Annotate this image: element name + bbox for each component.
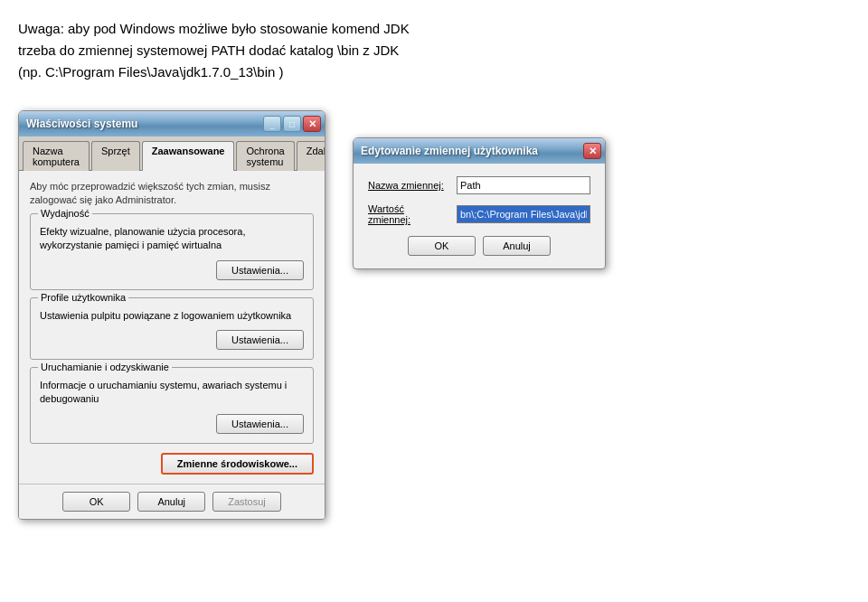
tab-zaawansowane[interactable]: Zaawansowane bbox=[142, 141, 235, 171]
system-ok-btn[interactable]: OK bbox=[62, 492, 130, 512]
env-title: Edytowanie zmiennej użytkownika bbox=[361, 145, 538, 157]
system-titlebar: Właściwości systemu _ □ ✕ bbox=[19, 111, 325, 136]
env-value-input[interactable] bbox=[457, 205, 590, 223]
env-name-input[interactable] bbox=[457, 176, 590, 194]
system-window-controls: _ □ ✕ bbox=[263, 116, 321, 132]
env-value-row: Wartość zmiennej: bbox=[368, 203, 590, 225]
profiles-btn-row: Ustawienia... bbox=[40, 330, 304, 350]
instruction-line3: (np. C:\Program Files\Java\jdk1.7.0_13\b… bbox=[18, 64, 283, 80]
env-cancel-btn[interactable]: Anuluj bbox=[483, 236, 551, 256]
windows-area: Właściwości systemu _ □ ✕ Nazwa komputer… bbox=[18, 110, 850, 520]
system-close-btn[interactable]: ✕ bbox=[303, 116, 321, 132]
profiles-section: Profile użytkownika Ustawienia pulpitu p… bbox=[30, 297, 314, 360]
admin-notice: Aby móc przeprowadzić większość tych zmi… bbox=[30, 180, 314, 208]
profiles-settings-btn[interactable]: Ustawienia... bbox=[216, 330, 304, 350]
env-btn-row: Zmienne środowiskowe... bbox=[30, 453, 314, 475]
env-ok-btn[interactable]: OK bbox=[408, 236, 476, 256]
system-bottom-buttons: OK Anuluj Zastosuj bbox=[19, 484, 325, 519]
tab-zdalny[interactable]: Zdalny bbox=[297, 141, 326, 171]
system-title: Właściwości systemu bbox=[26, 118, 137, 130]
performance-label: Wydajność bbox=[38, 208, 92, 219]
startup-btn-row: Ustawienia... bbox=[40, 414, 304, 434]
instruction-block: Uwaga: aby pod Windows możliwe było stos… bbox=[18, 18, 651, 83]
system-cancel-btn[interactable]: Anuluj bbox=[137, 492, 205, 512]
env-titlebar: Edytowanie zmiennej użytkownika ✕ bbox=[354, 138, 605, 164]
instruction-line1: Uwaga: aby pod Windows możliwe było stos… bbox=[18, 21, 410, 36]
startup-settings-btn[interactable]: Ustawienia... bbox=[216, 414, 304, 434]
env-bottom-buttons: OK Anuluj bbox=[368, 236, 590, 256]
profiles-text: Ustawienia pulpitu powiązane z logowanie… bbox=[40, 309, 304, 323]
performance-text: Efekty wizualne, planowanie użycia proce… bbox=[40, 225, 304, 253]
env-edit-dialog: Edytowanie zmiennej użytkownika ✕ Nazwa … bbox=[353, 137, 606, 269]
env-content: Nazwa zmiennej: Wartość zmiennej: OK Anu… bbox=[354, 164, 605, 268]
env-value-label: Wartość zmiennej: bbox=[368, 203, 449, 225]
system-apply-btn[interactable]: Zastosuj bbox=[212, 492, 281, 512]
system-content: Aby móc przeprowadzić większość tych zmi… bbox=[19, 171, 325, 484]
env-variables-btn[interactable]: Zmienne środowiskowe... bbox=[161, 453, 314, 475]
startup-text: Informacje o uruchamianiu systemu, awari… bbox=[40, 379, 304, 407]
tab-ochrona[interactable]: Ochrona systemu bbox=[236, 141, 294, 171]
performance-section: Wydajność Efekty wizualne, planowanie uż… bbox=[30, 213, 314, 290]
system-properties-dialog: Właściwości systemu _ □ ✕ Nazwa komputer… bbox=[18, 110, 326, 520]
env-window-controls: ✕ bbox=[583, 143, 601, 159]
tab-sprzet[interactable]: Sprzęt bbox=[91, 141, 140, 171]
system-tabs: Nazwa komputera Sprzęt Zaawansowane Ochr… bbox=[19, 136, 325, 171]
profiles-label: Profile użytkownika bbox=[38, 292, 128, 303]
env-close-btn[interactable]: ✕ bbox=[583, 143, 601, 159]
system-maximize-btn[interactable]: □ bbox=[283, 116, 301, 132]
env-name-label: Nazwa zmiennej: bbox=[368, 180, 449, 191]
startup-label: Uruchamianie i odzyskiwanie bbox=[38, 362, 172, 372]
system-minimize-btn[interactable]: _ bbox=[263, 116, 281, 132]
instruction-line2: trzeba do zmiennej systemowej PATH dodać… bbox=[18, 42, 399, 58]
performance-settings-btn[interactable]: Ustawienia... bbox=[216, 260, 304, 280]
env-name-row: Nazwa zmiennej: bbox=[368, 176, 590, 194]
performance-btn-row: Ustawienia... bbox=[40, 260, 304, 280]
tab-nazwa-komputera[interactable]: Nazwa komputera bbox=[23, 141, 90, 171]
startup-section: Uruchamianie i odzyskiwanie Informacje o… bbox=[30, 367, 314, 444]
